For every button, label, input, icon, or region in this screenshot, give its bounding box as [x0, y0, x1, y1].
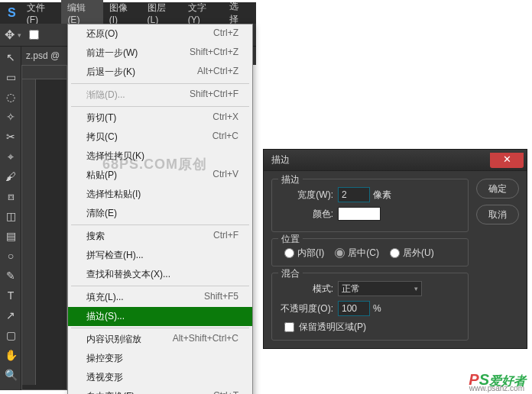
ruler-horizontal	[22, 66, 66, 79]
tool-shape[interactable]: ▢	[2, 326, 20, 344]
move-tool-icon: ✥	[5, 27, 15, 42]
blend-legend: 混合	[278, 267, 303, 280]
tool-eyedropper[interactable]: ⌖	[2, 147, 20, 166]
menu-item[interactable]: 自由变换(F)Ctrl+T	[68, 387, 252, 394]
color-swatch[interactable]	[338, 207, 381, 221]
opacity-input[interactable]	[338, 301, 370, 316]
menu-item[interactable]: 操控变形	[68, 349, 252, 368]
menu-item[interactable]: 还原(O)Ctrl+Z	[68, 24, 252, 44]
stroke-legend: 描边	[278, 173, 303, 186]
menu-item[interactable]: 拷贝(C)Ctrl+C	[68, 128, 252, 147]
tool-hand[interactable]: ✋	[2, 346, 20, 364]
preserve-transparency-label: 保留透明区域(P)	[299, 321, 366, 334]
menu-item[interactable]: 清除(E)	[68, 204, 252, 223]
width-unit: 像素	[373, 189, 391, 202]
menu-item[interactable]: 透视变形	[68, 368, 252, 387]
close-button[interactable]: ✕	[490, 153, 524, 168]
menu-item[interactable]: 查找和替换文本(X)...	[68, 265, 252, 284]
menu-bar: S 文件(F) 编辑(E) 图像(I) 图层(L) 文字(Y) 选择	[0, 2, 256, 24]
tool-crop[interactable]: ✂	[2, 128, 20, 146]
tool-gradient[interactable]: ▤	[2, 227, 20, 245]
tool-type[interactable]: T	[2, 286, 20, 305]
edit-menu-dropdown: 还原(O)Ctrl+Z前进一步(W)Shift+Ctrl+Z后退一步(K)Alt…	[67, 24, 253, 394]
position-center[interactable]: 居中(C)	[335, 247, 379, 260]
position-outside[interactable]: 居外(U)	[390, 247, 434, 260]
menu-separator	[71, 286, 249, 286]
mode-label: 模式:	[278, 283, 333, 296]
menu-item[interactable]: 后退一步(K)Alt+Ctrl+Z	[68, 63, 252, 82]
color-label: 颜色:	[278, 208, 333, 221]
stroke-fieldset: 描边 宽度(W): 像素 颜色:	[271, 179, 469, 232]
auto-select-checkbox[interactable]	[29, 30, 39, 40]
chevron-down-icon: ▾	[414, 285, 418, 292]
width-input[interactable]	[338, 187, 370, 202]
position-fieldset: 位置 内部(I) 居中(C) 居外(U)	[271, 238, 469, 266]
menu-item[interactable]: 填充(L)...Shift+F5	[68, 288, 252, 307]
tool-dropdown-icon[interactable]: ▾	[18, 31, 21, 39]
menu-item[interactable]: 拼写检查(H)...	[68, 246, 252, 265]
menu-separator	[71, 224, 249, 225]
mode-select[interactable]: 正常 ▾	[338, 281, 422, 296]
menu-item[interactable]: 前进一步(W)Shift+Ctrl+Z	[68, 44, 252, 63]
menu-item[interactable]: 描边(S)...	[68, 307, 252, 326]
menu-item[interactable]: 剪切(T)Ctrl+X	[68, 108, 252, 128]
menu-separator	[71, 106, 249, 107]
tool-zoom[interactable]: 🔍	[2, 366, 20, 384]
cancel-button[interactable]: 取消	[476, 205, 519, 224]
menu-separator	[71, 328, 249, 328]
app-logo: S	[3, 6, 21, 20]
stroke-dialog: 描边 ✕ 描边 宽度(W): 像素 颜色: 位置 内部	[263, 149, 527, 349]
tool-stamp[interactable]: ⧈	[2, 187, 20, 205]
dialog-titlebar[interactable]: 描边 ✕	[264, 150, 527, 171]
menu-separator	[71, 83, 249, 84]
opacity-label: 不透明度(O):	[278, 302, 333, 315]
tool-blur[interactable]: ○	[2, 247, 20, 265]
position-legend: 位置	[278, 233, 303, 246]
corner-url: www.psahz.com	[469, 384, 524, 392]
tool-move[interactable]: ↖	[2, 48, 20, 66]
canvas-area	[21, 65, 67, 390]
document-tab[interactable]: z.psd @	[26, 50, 60, 61]
width-label: 宽度(W):	[278, 189, 333, 202]
tool-brush[interactable]: 🖌	[2, 167, 20, 186]
menu-item[interactable]: 搜索Ctrl+F	[68, 227, 252, 246]
tool-eraser[interactable]: ◫	[2, 207, 20, 225]
tool-wand[interactable]: ✧	[2, 108, 20, 126]
opacity-unit: %	[373, 303, 381, 314]
tool-lasso[interactable]: ◌	[2, 88, 20, 106]
tool-path[interactable]: ↗	[2, 306, 20, 325]
ok-button[interactable]: 确定	[476, 179, 519, 199]
menu-item[interactable]: 内容识别缩放Alt+Shift+Ctrl+C	[68, 330, 252, 349]
tools-panel: ↖ ▭ ◌ ✧ ✂ ⌖ 🖌 ⧈ ◫ ▤ ○ ✎ T ↗ ▢ ✋ 🔍	[0, 47, 21, 390]
menu-item: 渐隐(D)...Shift+Ctrl+F	[68, 86, 252, 105]
tool-pen[interactable]: ✎	[2, 266, 20, 285]
blend-fieldset: 混合 模式: 正常 ▾ 不透明度(O): % 保留透明区域(P)	[271, 273, 469, 341]
dialog-title: 描边	[271, 153, 290, 166]
ruler-vertical	[22, 79, 36, 385]
preserve-transparency-checkbox[interactable]	[284, 322, 294, 332]
menu-item[interactable]: 选择性拷贝(K)	[68, 147, 252, 166]
menu-item[interactable]: 粘贴(P)Ctrl+V	[68, 166, 252, 185]
menu-item[interactable]: 选择性粘贴(I)	[68, 185, 252, 204]
position-inside[interactable]: 内部(I)	[284, 247, 324, 260]
tool-marquee[interactable]: ▭	[2, 68, 20, 86]
